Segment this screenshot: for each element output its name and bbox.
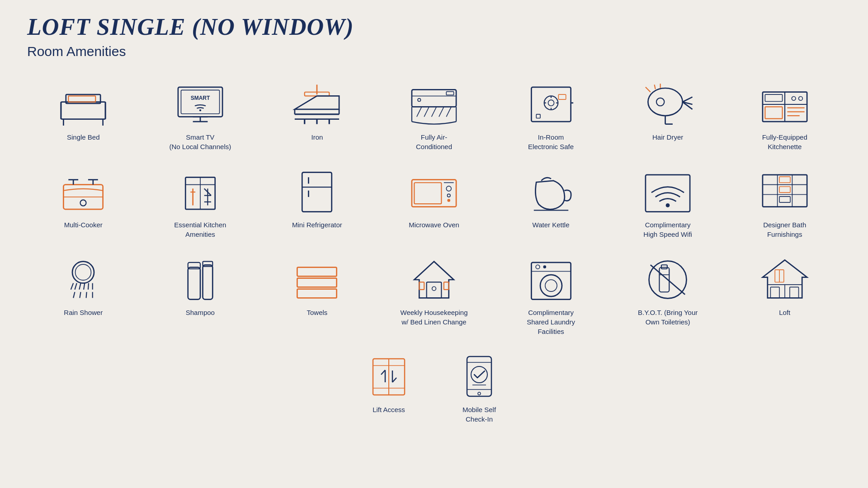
svg-point-123 (432, 286, 436, 291)
svg-line-104 (71, 283, 73, 290)
svg-point-103 (75, 264, 91, 280)
amenity-wifi: ComplimentaryHigh Speed Wifi (612, 165, 724, 244)
amenity-laundry: ComplimentaryShared LaundryFacilities (495, 253, 607, 341)
svg-rect-44 (536, 114, 540, 118)
amenity-multi-cooker: Multi-Cooker (27, 165, 140, 244)
shampoo-icon (173, 257, 227, 302)
svg-rect-116 (203, 265, 212, 299)
amenity-iron: Iron (261, 77, 373, 156)
air-conditioned-icon (407, 82, 461, 127)
multi-cooker-icon (56, 169, 110, 215)
svg-line-52 (646, 87, 651, 92)
smart-tv-icon: SMART (173, 82, 227, 127)
svg-rect-7 (178, 87, 222, 117)
single-bed-icon (56, 82, 110, 127)
multi-cooker-label: Multi-Cooker (64, 220, 103, 230)
lift-access-label: Lift Access (373, 405, 405, 414)
lift-access-icon (362, 354, 416, 399)
electronic-safe-label: In-RoomElectronic Safe (528, 132, 574, 151)
svg-point-36 (544, 96, 558, 110)
amenity-hair-dryer: Hair Dryer (612, 77, 724, 156)
svg-rect-126 (531, 263, 571, 300)
svg-point-63 (792, 97, 796, 101)
rain-shower-label: Rain Shower (64, 308, 103, 317)
section-title: Room Amenities (27, 44, 841, 59)
svg-rect-122 (427, 282, 442, 298)
svg-line-110 (73, 292, 75, 298)
kitchen-amenities-icon (173, 169, 227, 215)
towels-icon (290, 257, 344, 302)
svg-line-148 (381, 370, 385, 375)
kitchenette-icon (758, 82, 812, 127)
designer-bath-label: Designer BathFurnishings (763, 220, 806, 239)
iron-icon (290, 82, 344, 127)
amenity-single-bed: Single Bed (27, 77, 140, 156)
water-kettle-icon (524, 169, 578, 215)
svg-rect-81 (302, 172, 332, 211)
mobile-checkin-label: Mobile SelfCheck-In (462, 405, 496, 424)
amenity-water-kettle: Water Kettle (495, 165, 607, 244)
svg-line-106 (80, 283, 81, 290)
amenity-kitchenette: Fully-EquippedKitchenette (728, 77, 841, 156)
amenity-electronic-safe: In-RoomElectronic Safe (495, 77, 607, 156)
svg-rect-42 (558, 94, 566, 99)
amenity-microwave-oven: Microwave Oven (378, 165, 491, 244)
svg-rect-100 (779, 187, 790, 192)
svg-line-107 (84, 283, 85, 290)
kitchen-amenities-label: Essential KitchenAmenities (174, 220, 226, 239)
svg-rect-62 (765, 94, 782, 101)
mini-refrigerator-label: Mini Refrigerator (292, 220, 342, 230)
page-title: LOFT SINGLE (NO WINDOW) (27, 14, 841, 40)
svg-rect-140 (790, 287, 799, 298)
svg-line-53 (655, 84, 656, 89)
water-kettle-label: Water Kettle (533, 220, 570, 230)
svg-line-47 (683, 97, 693, 102)
wifi-label: ComplimentaryHigh Speed Wifi (643, 220, 692, 239)
svg-point-128 (540, 275, 562, 296)
svg-point-129 (545, 280, 557, 291)
svg-line-108 (88, 283, 89, 290)
svg-rect-85 (412, 180, 456, 207)
iron-label: Iron (311, 132, 323, 142)
svg-line-34 (446, 107, 451, 117)
svg-point-27 (418, 99, 421, 102)
mini-refrigerator-icon (290, 169, 344, 215)
svg-point-46 (656, 98, 664, 106)
towels-label: Towels (307, 308, 327, 317)
amenity-mini-refrigerator: Mini Refrigerator (261, 165, 373, 244)
svg-rect-141 (770, 287, 779, 298)
amenity-rain-shower: Rain Shower (27, 253, 140, 341)
svg-rect-118 (297, 267, 337, 277)
loft-label: Loft (779, 308, 790, 317)
amenities-grid: Single Bed SMART Smart TV(No Local Chann… (27, 77, 841, 341)
laundry-label: ComplimentaryShared LaundryFacilities (527, 308, 575, 336)
svg-point-45 (648, 88, 682, 116)
amenity-smart-tv: SMART Smart TV(No Local Channels) (144, 77, 257, 156)
svg-line-111 (80, 292, 81, 298)
svg-line-32 (432, 107, 437, 117)
smart-tv-label: Smart TV(No Local Channels) (169, 132, 231, 151)
microwave-oven-icon (407, 169, 461, 215)
svg-rect-86 (414, 183, 441, 204)
designer-bath-icon (758, 169, 812, 215)
svg-rect-120 (297, 289, 337, 298)
svg-line-31 (424, 107, 429, 117)
svg-line-133 (651, 265, 685, 294)
svg-rect-2 (69, 96, 96, 102)
housekeeping-icon (407, 257, 461, 302)
loft-icon (758, 257, 812, 302)
hair-dryer-label: Hair Dryer (652, 132, 683, 142)
kitchenette-label: Fully-EquippedKitchenette (762, 132, 807, 151)
svg-line-112 (86, 292, 87, 298)
svg-marker-121 (414, 262, 453, 298)
svg-point-37 (548, 100, 554, 106)
amenity-air-conditioned: Fully Air-Conditioned (378, 77, 491, 156)
svg-point-93 (666, 203, 670, 207)
amenity-byot: B.Y.O.T. (Bring YourOwn Toiletries) (612, 253, 724, 341)
wifi-icon (641, 169, 695, 215)
microwave-oven-label: Microwave Oven (409, 220, 459, 230)
air-conditioned-label: Fully Air-Conditioned (416, 132, 452, 151)
svg-point-10 (199, 109, 201, 111)
single-bed-label: Single Bed (67, 132, 100, 142)
svg-text:SMART: SMART (191, 95, 210, 101)
